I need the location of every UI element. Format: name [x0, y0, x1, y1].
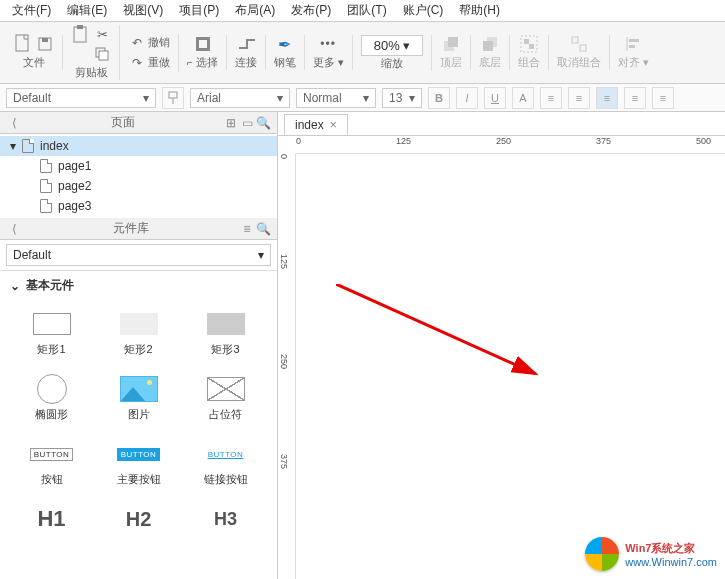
widget-button-primary[interactable]: BUTTON主要按钮	[97, 434, 180, 493]
cut-icon[interactable]: ✂	[93, 25, 111, 43]
toolgroup-connect: 连接	[227, 35, 266, 70]
tab-close-icon[interactable]: ×	[330, 118, 337, 132]
copy-icon[interactable]	[93, 45, 111, 63]
svg-rect-14	[524, 39, 529, 44]
toolgroup-more: ••• 更多 ▾	[305, 35, 353, 70]
canvas-tab-index[interactable]: index ×	[284, 114, 348, 135]
paint-format-icon[interactable]	[162, 87, 184, 109]
redo-icon[interactable]: ↷	[128, 54, 146, 72]
widget-rect2[interactable]: 矩形2	[97, 304, 180, 363]
new-doc-icon[interactable]	[14, 35, 32, 53]
align-center-button[interactable]: ≡	[568, 87, 590, 109]
library-menu-icon[interactable]: ≡	[239, 221, 255, 237]
align-left-button[interactable]: ≡	[540, 87, 562, 109]
panel-collapse-icon[interactable]: ⟨	[6, 221, 22, 237]
menu-file[interactable]: 文件(F)	[4, 0, 59, 21]
svg-rect-19	[629, 39, 639, 42]
widget-section-head[interactable]: ⌄ 基本元件	[0, 271, 277, 300]
page-icon	[40, 199, 52, 213]
paste-icon[interactable]	[71, 25, 89, 43]
more-icon[interactable]: •••	[319, 35, 337, 53]
widget-h2[interactable]: H2	[97, 499, 180, 539]
toolgroup-zoom: 80% ▾ 缩放	[353, 35, 433, 71]
widget-h3[interactable]: H3	[184, 499, 267, 539]
menu-publish[interactable]: 发布(P)	[283, 0, 339, 21]
underline-button[interactable]: U	[484, 87, 506, 109]
left-column: ⟨ 页面 ⊞ ▭ 🔍 ▾ index page1 page2 page3 ⟨ 元…	[0, 112, 278, 579]
undo-label[interactable]: 撤销	[148, 35, 170, 50]
send-back-icon[interactable]	[481, 35, 499, 53]
italic-button[interactable]: I	[456, 87, 478, 109]
widget-rect3[interactable]: 矩形3	[184, 304, 267, 363]
format-bar: Default▾ Arial▾ Normal▾ 13▾ B I U A ≡ ≡ …	[0, 84, 725, 112]
widget-button-link[interactable]: BUTTON链接按钮	[184, 434, 267, 493]
menu-view[interactable]: 视图(V)	[115, 0, 171, 21]
font-selector[interactable]: Arial▾	[190, 88, 290, 108]
section-title: 基本元件	[26, 277, 74, 294]
svg-rect-10	[448, 37, 458, 47]
size-selector[interactable]: 13▾	[382, 88, 422, 108]
more-label: 更多 ▾	[313, 55, 344, 70]
page-icon	[40, 159, 52, 173]
toolgroup-clipboard-label: 剪贴板	[75, 65, 108, 80]
search-pages-icon[interactable]: 🔍	[255, 115, 271, 131]
save-icon[interactable]	[36, 35, 54, 53]
section-expand-icon: ⌄	[10, 279, 20, 293]
redo-label[interactable]: 重做	[148, 55, 170, 70]
canvas-body: 0 125 250 375	[278, 154, 725, 579]
page-row-index[interactable]: ▾ index	[0, 136, 277, 156]
menu-account[interactable]: 账户(C)	[395, 0, 452, 21]
pages-panel-title: 页面	[22, 114, 223, 131]
svg-rect-4	[77, 25, 83, 29]
add-folder-icon[interactable]: ▭	[239, 115, 255, 131]
ruler-vertical[interactable]: 0 125 250 375	[278, 154, 296, 579]
widget-image[interactable]: 图片	[97, 369, 180, 428]
connect-icon[interactable]	[237, 35, 255, 53]
menu-edit[interactable]: 编辑(E)	[59, 0, 115, 21]
svg-rect-2	[42, 38, 48, 42]
page-row-page1[interactable]: page1	[0, 156, 277, 176]
bottom-label: 底层	[479, 55, 501, 70]
menu-bar: 文件(F) 编辑(E) 视图(V) 项目(P) 布局(A) 发布(P) 团队(T…	[0, 0, 725, 22]
menu-project[interactable]: 项目(P)	[171, 0, 227, 21]
widget-placeholder[interactable]: 占位符	[184, 369, 267, 428]
weight-selector[interactable]: Normal▾	[296, 88, 376, 108]
zoom-value[interactable]: 80% ▾	[361, 35, 424, 56]
align-right-button[interactable]: ≡	[596, 87, 618, 109]
widget-button[interactable]: BUTTON按钮	[10, 434, 93, 493]
menu-layout[interactable]: 布局(A)	[227, 0, 283, 21]
style-selector[interactable]: Default▾	[6, 88, 156, 108]
align-top-button[interactable]: ≡	[624, 87, 646, 109]
ungroup-icon[interactable]	[570, 35, 588, 53]
tab-label: index	[295, 118, 324, 132]
select-icon[interactable]	[193, 35, 211, 53]
add-page-icon[interactable]: ⊞	[223, 115, 239, 131]
undo-icon[interactable]: ↶	[128, 34, 146, 52]
pen-icon[interactable]: ✒	[276, 35, 294, 53]
menu-team[interactable]: 团队(T)	[339, 0, 394, 21]
align-icon[interactable]	[625, 35, 643, 53]
bring-front-icon[interactable]	[442, 35, 460, 53]
font-color-button[interactable]: A	[512, 87, 534, 109]
menu-help[interactable]: 帮助(H)	[451, 0, 508, 21]
library-selector-row: Default▾	[0, 240, 277, 271]
group-icon[interactable]	[520, 35, 538, 53]
library-panel-header: ⟨ 元件库 ≡ 🔍	[0, 218, 277, 240]
widget-rect1[interactable]: 矩形1	[10, 304, 93, 363]
toolgroup-undoredo: ↶撤销 ↷重做	[120, 34, 179, 72]
search-library-icon[interactable]: 🔍	[255, 221, 271, 237]
canvas[interactable]	[296, 154, 725, 579]
toolgroup-group: 组合	[510, 35, 549, 70]
pages-panel-header: ⟨ 页面 ⊞ ▭ 🔍	[0, 112, 277, 134]
bold-button[interactable]: B	[428, 87, 450, 109]
tree-expand-icon[interactable]: ▾	[10, 139, 16, 153]
page-name: index	[40, 139, 69, 153]
page-row-page3[interactable]: page3	[0, 196, 277, 216]
library-selector[interactable]: Default▾	[6, 244, 271, 266]
widget-ellipse[interactable]: 椭圆形	[10, 369, 93, 428]
widget-h1[interactable]: H1	[10, 499, 93, 539]
page-row-page2[interactable]: page2	[0, 176, 277, 196]
ruler-horizontal[interactable]: 0 125 250 375 500	[296, 136, 725, 154]
align-middle-button[interactable]: ≡	[652, 87, 674, 109]
panel-collapse-icon[interactable]: ⟨	[6, 115, 22, 131]
